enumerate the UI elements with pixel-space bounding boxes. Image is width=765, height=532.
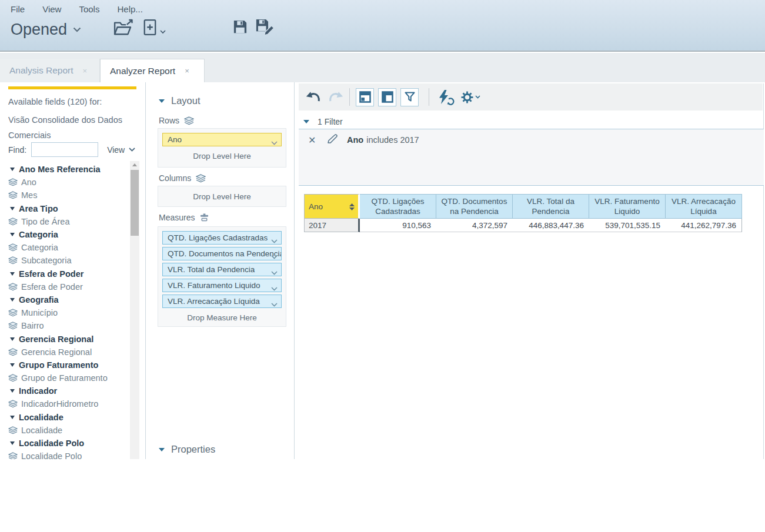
menu-item[interactable]: View [42,4,61,14]
field-list-item[interactable]: Subcategoria [8,254,130,267]
field-list-item[interactable]: Categoria [8,228,130,241]
measure-chip[interactable]: VLR. Faturamento Liquido [162,279,282,292]
group-collapse-icon[interactable] [10,272,15,276]
measure-cell-value[interactable]: 441,262,797.36 [666,219,742,232]
menu-item[interactable]: Tools [79,4,99,14]
measure-chip[interactable]: VLR. Total da Pendencia [162,263,282,276]
group-collapse-icon[interactable] [10,416,15,419]
collapse-triangle-icon[interactable] [159,99,165,103]
measure-cell-value[interactable]: 4,372,597 [436,219,513,232]
field-list-item[interactable]: Tipo de Área [8,215,130,228]
measure-chip[interactable]: QTD. Ligações Cadastradas [162,231,282,245]
sort-icon[interactable] [349,203,355,212]
properties-section-header[interactable]: Properties [159,444,215,455]
field-list-item[interactable]: Localidade Polo [8,450,130,459]
measure-column-header[interactable]: QTD. Documentos na Pendencia [436,194,513,219]
report-tab[interactable]: Analysis Report × [0,59,100,82]
measure-column-header[interactable]: VLR. Faturamento Liquido [589,194,666,219]
field-label: Localidade Polo [21,451,82,459]
field-list-item[interactable]: Categoria [8,241,130,254]
field-list-item[interactable]: Geografia [8,293,130,306]
filter-section-header[interactable]: 1 Filter [303,117,343,126]
group-collapse-icon[interactable] [10,389,15,393]
field-list-item[interactable]: Ano [8,176,130,189]
rows-drop-zone[interactable]: Ano Drop Level Here [158,128,286,168]
menu-item[interactable]: File [11,4,25,14]
save-button[interactable] [233,19,248,36]
field-list-item[interactable]: Grupo Faturamento [8,359,130,372]
redo-button-disabled[interactable] [328,91,343,103]
columns-label-row: Columns [159,173,206,183]
columns-drop-zone[interactable]: Drop Level Here [158,186,286,207]
field-list-item[interactable]: Ano Mes Referencia [8,163,130,176]
field-list-item[interactable]: Esfera de Poder [8,280,130,293]
report-options-button[interactable] [461,91,480,103]
edit-filter-icon[interactable] [327,134,347,146]
measure-cell-value[interactable]: 446,883,447.36 [513,219,589,232]
measure-column-header[interactable]: VLR. Total da Pendencia [513,194,589,219]
layout-section-header[interactable]: Layout [159,95,201,106]
field-list-item[interactable]: Indicador [8,384,130,397]
measure-chip[interactable]: QTD. Documentos na Pendencia [162,247,282,260]
menu-item[interactable]: Help... [117,4,142,14]
measures-drop-zone[interactable]: QTD. Ligações Cadastradas QTD. Documento… [158,226,286,327]
measure-chip[interactable]: VLR. Arrecacação Líquida [162,295,282,308]
measure-column-header[interactable]: QTD. Ligações Cadastradas [360,194,436,219]
group-collapse-icon[interactable] [10,337,15,341]
chevron-down-icon[interactable] [271,236,278,245]
view-dropdown-button[interactable]: View [107,145,135,155]
scroll-up-arrow-icon[interactable] [132,163,137,166]
collapse-triangle-icon[interactable] [159,448,165,451]
row-dimension-header[interactable]: Ano [304,194,360,219]
measure-cell-value[interactable]: 539,701,535.15 [589,219,666,232]
field-label: Ano [21,178,36,187]
filter-toggle-button[interactable] [400,88,419,106]
chevron-down-icon[interactable] [271,284,278,292]
group-collapse-icon[interactable] [10,363,15,367]
open-report-button[interactable] [113,19,134,39]
new-report-dropdown[interactable] [160,26,166,36]
view-layout-toggle-button[interactable] [356,88,374,106]
group-collapse-icon[interactable] [10,441,15,445]
remove-filter-icon[interactable]: ✕ [308,135,327,146]
field-list-item[interactable]: Mes [8,189,130,202]
tab-close-icon[interactable]: × [83,66,88,75]
field-list-item[interactable]: Area Tipo [8,202,130,215]
group-collapse-icon[interactable] [10,168,15,171]
field-list-item[interactable]: Localidade Polo [8,437,130,450]
undo-button[interactable] [306,91,321,103]
new-report-button[interactable] [143,19,158,38]
table-view-toggle-button[interactable] [378,88,396,106]
chevron-down-icon[interactable] [271,138,278,146]
field-list-item[interactable]: Gerencia Regional [8,346,130,359]
scrollbar-thumb[interactable] [131,170,139,236]
row-dimension-value[interactable]: 2017 [304,219,360,232]
report-tab[interactable]: Analyzer Report × [100,59,205,82]
chevron-down-icon[interactable] [271,268,278,276]
field-list-item[interactable]: Esfera de Poder [8,267,130,280]
field-list-item[interactable]: Grupo de Faturamento [8,372,130,384]
collapse-triangle-icon[interactable] [303,120,309,123]
group-collapse-icon[interactable] [10,233,15,236]
field-list-item[interactable]: Gerencia Regional [8,332,130,345]
field-list-scrollbar[interactable] [130,161,139,459]
group-collapse-icon[interactable] [10,298,15,302]
measure-cell-value[interactable]: 910,563 [360,219,436,232]
row-level-chip[interactable]: Ano [162,133,282,146]
tab-close-icon[interactable]: × [185,66,189,75]
layers-icon [8,309,18,317]
auto-refresh-button[interactable] [436,89,455,105]
field-list-item[interactable]: Localidade [8,424,130,437]
chevron-down-icon[interactable] [271,252,278,260]
field-list-item[interactable]: Localidade [8,411,130,424]
opened-dropdown-button[interactable]: Opened [11,21,81,39]
group-collapse-icon[interactable] [10,207,15,210]
field-list-item[interactable]: Município [8,306,130,319]
measure-column-header[interactable]: VLR. Arrecacação Líquida [666,194,742,219]
chevron-down-icon[interactable] [271,300,278,308]
measures-label-row: Measures [159,213,209,222]
find-input[interactable] [31,142,98,157]
field-list-item[interactable]: Bairro [8,319,130,332]
field-list-item[interactable]: IndicadorHidrometro [8,397,130,410]
save-as-button[interactable] [255,18,275,37]
